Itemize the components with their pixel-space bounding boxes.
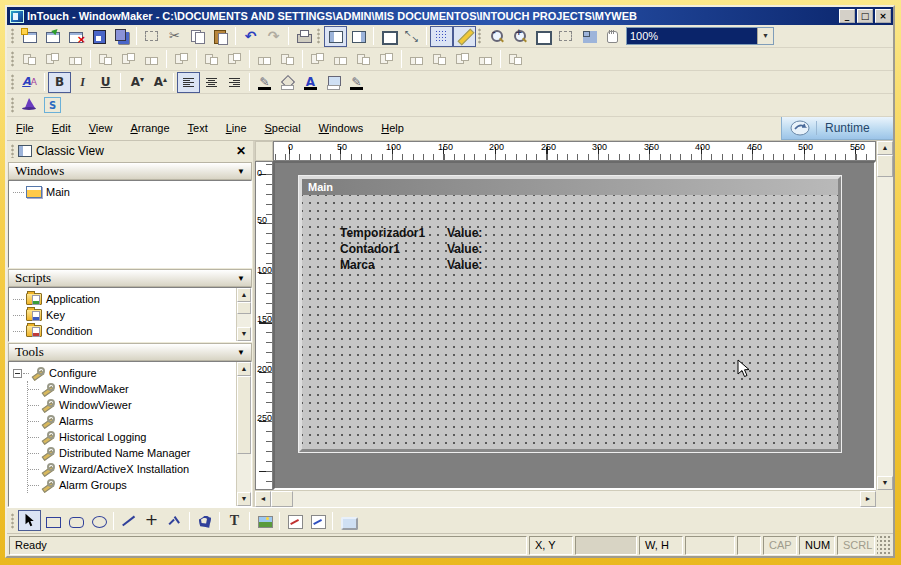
scripts-scrollbar[interactable]: ▲ ▼ (236, 288, 251, 341)
classic-view-toggle-button[interactable] (324, 26, 347, 47)
window-color-button[interactable] (322, 72, 345, 93)
tree-item-main[interactable]: Main (13, 184, 251, 200)
section-header-scripts[interactable]: Scripts ▼ (8, 269, 252, 287)
flip-vertical-button[interactable] (474, 49, 497, 70)
toolbar-grip[interactable] (11, 513, 14, 529)
bitmap-tool-button[interactable] (253, 510, 276, 531)
menu-line[interactable]: Line (217, 117, 256, 140)
tools-scrollbar[interactable]: ▲ ▼ (236, 362, 251, 506)
italic-button[interactable] (71, 72, 94, 93)
bring-to-front-button[interactable] (223, 49, 246, 70)
value-text[interactable]: Value: (447, 242, 482, 256)
design-window-titlebar[interactable]: Main (302, 179, 838, 195)
scroll-thumb[interactable] (237, 302, 251, 314)
line-tool-button[interactable] (117, 510, 140, 531)
tree-item-alarms[interactable]: Alarms (28, 413, 236, 429)
tree-item-windowviewer[interactable]: WindowViewer (28, 397, 236, 413)
print-button[interactable] (292, 26, 315, 47)
mdi-workspace[interactable]: Main Temporizador1 Value: Contador1 Valu… (273, 161, 876, 490)
polygon-tool-button[interactable] (193, 510, 216, 531)
tree-item-condition[interactable]: Condition (13, 323, 236, 339)
open-window-button[interactable] (41, 26, 64, 47)
break-symbol-button[interactable] (375, 49, 398, 70)
design-window-body[interactable]: Temporizador1 Value: Contador1 Value: Ma… (302, 195, 838, 449)
toolbar-grip[interactable] (11, 51, 14, 67)
actual-size-button[interactable] (531, 26, 554, 47)
scroll-left-icon[interactable]: ◄ (255, 491, 271, 507)
make-symbol-button[interactable] (352, 49, 375, 70)
menu-view[interactable]: View (80, 117, 122, 140)
tree-item-windowmaker[interactable]: WindowMaker (28, 381, 236, 397)
zoom-in-button[interactable]: + (508, 26, 531, 47)
wizard-button[interactable] (18, 95, 41, 116)
design-window-main[interactable]: Main Temporizador1 Value: Contador1 Valu… (299, 176, 841, 452)
save-button[interactable] (87, 26, 110, 47)
align-center-button[interactable] (41, 49, 64, 70)
scroll-right-icon[interactable]: ► (860, 491, 876, 507)
tagname-text[interactable]: Marca (340, 258, 447, 272)
tree-item-distributed-name-manager[interactable]: Distributed Name Manager (28, 445, 236, 461)
scroll-down-icon[interactable]: ▼ (237, 327, 251, 341)
maximize-button[interactable]: □ (857, 9, 873, 23)
reshape-button[interactable] (504, 49, 527, 70)
new-window-button[interactable] (18, 26, 41, 47)
canvas-text-object[interactable]: Marca Value: (340, 258, 482, 272)
align-right-button[interactable] (64, 49, 87, 70)
hv-line-tool-button[interactable] (140, 510, 163, 531)
section-header-windows[interactable]: Windows ▼ (8, 162, 252, 180)
scroll-up-icon[interactable]: ▲ (237, 288, 251, 302)
zoom-level-combo[interactable]: 100% ▼ (626, 27, 774, 45)
center-in-window-button[interactable] (170, 49, 193, 70)
collapse-icon[interactable] (13, 369, 22, 378)
font-button[interactable] (18, 72, 41, 93)
scroll-thumb[interactable] (237, 376, 251, 454)
show-ruler-button[interactable] (453, 26, 476, 47)
tree-item-key[interactable]: Key (13, 307, 236, 323)
line-color-button[interactable] (253, 72, 276, 93)
font-larger-button[interactable]: ▴ (147, 72, 170, 93)
transparent-color-button[interactable] (345, 72, 368, 93)
rotate-ccw-button[interactable] (405, 49, 428, 70)
align-top-button[interactable] (94, 49, 117, 70)
menu-windows[interactable]: Windows (310, 117, 373, 140)
toolbar-grip[interactable] (11, 97, 14, 113)
zoom-combo-dropdown-icon[interactable]: ▼ (757, 28, 773, 44)
toolbar-grip[interactable] (11, 28, 14, 44)
align-bottom-button[interactable] (140, 49, 163, 70)
scroll-thumb[interactable] (877, 155, 893, 177)
toolbar-grip[interactable] (317, 28, 320, 44)
menu-special[interactable]: Special (256, 117, 310, 140)
tagname-text[interactable]: Contador1 (340, 242, 447, 256)
menu-file[interactable]: File (7, 117, 43, 140)
font-smaller-button[interactable]: ▾ (124, 72, 147, 93)
text-align-right-button[interactable] (223, 72, 246, 93)
space-vertical-button[interactable] (276, 49, 299, 70)
panel-grip[interactable] (11, 144, 14, 158)
tree-item-configure[interactable]: Configure (13, 365, 236, 381)
smart-symbol-button[interactable] (41, 95, 64, 116)
snap-to-grid-button[interactable] (430, 26, 453, 47)
runtime-button[interactable]: Runtime (781, 117, 893, 140)
button-tool-button[interactable] (336, 510, 359, 531)
tree-item-wizard-activex[interactable]: Wizard/ActiveX Installation (28, 461, 236, 477)
close-panel-icon[interactable]: ✕ (233, 144, 249, 158)
select-mode-button[interactable] (140, 26, 163, 47)
scroll-down-icon[interactable]: ▼ (877, 476, 893, 490)
rotate-cw-button[interactable] (428, 49, 451, 70)
save-all-button[interactable] (110, 26, 133, 47)
flip-horizontal-button[interactable] (451, 49, 474, 70)
tree-item-alarm-groups[interactable]: Alarm Groups (28, 477, 236, 493)
canvas-text-object[interactable]: Contador1 Value: (340, 242, 482, 256)
undo-button[interactable] (239, 26, 262, 47)
scroll-up-icon[interactable]: ▲ (877, 141, 893, 155)
realtime-trend-tool-button[interactable] (283, 510, 306, 531)
scroll-up-icon[interactable]: ▲ (237, 362, 251, 376)
fill-color-button[interactable] (276, 72, 299, 93)
redo-button[interactable] (262, 26, 285, 47)
space-horizontal-button[interactable] (253, 49, 276, 70)
pan-button[interactable] (600, 26, 623, 47)
application-explorer-toggle-button[interactable] (347, 26, 370, 47)
text-color-button[interactable] (299, 72, 322, 93)
scroll-thumb[interactable] (271, 491, 293, 507)
tree-item-historical-logging[interactable]: Historical Logging (28, 429, 236, 445)
